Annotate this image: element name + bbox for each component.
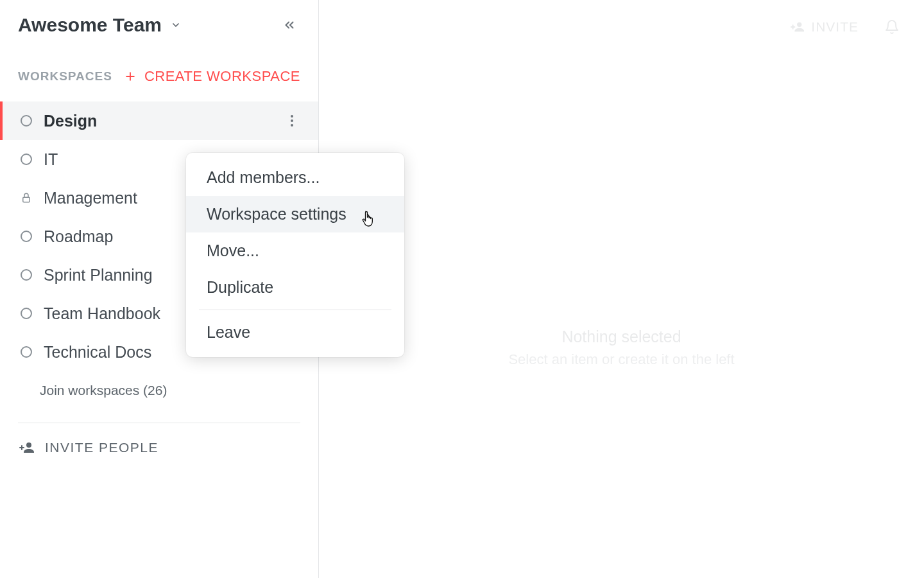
workspaces-bar: WORKSPACES CREATE WORKSPACE <box>0 48 318 98</box>
workspace-more-button[interactable] <box>284 110 300 131</box>
menu-item-label: Duplicate <box>207 278 273 296</box>
join-workspaces-label: Join workspaces (26) <box>40 383 167 398</box>
svg-point-4 <box>291 124 293 127</box>
create-workspace-label: CREATE WORKSPACE <box>144 68 300 85</box>
collapse-sidebar-button[interactable] <box>278 14 300 36</box>
invite-people-label: INVITE PEOPLE <box>45 440 158 455</box>
create-workspace-button[interactable]: CREATE WORKSPACE <box>124 68 300 85</box>
svg-point-3 <box>291 119 293 122</box>
team-switcher[interactable]: Awesome Team <box>18 14 181 36</box>
svg-point-2 <box>291 115 293 118</box>
menu-leave[interactable]: Leave <box>186 314 404 351</box>
plus-icon <box>124 70 137 83</box>
circle-icon <box>21 346 32 358</box>
team-name: Awesome Team <box>18 14 162 36</box>
workspace-item-label: Design <box>44 112 272 130</box>
circle-icon <box>21 269 32 281</box>
svg-point-6 <box>26 442 31 448</box>
join-workspaces-link[interactable]: Join workspaces (26) <box>0 371 318 410</box>
menu-item-label: Leave <box>207 323 250 341</box>
circle-icon <box>21 231 32 242</box>
svg-rect-5 <box>23 197 30 202</box>
workspaces-heading: WORKSPACES <box>18 69 112 83</box>
workspace-context-menu: Add members... Workspace settings Move..… <box>186 153 404 357</box>
menu-workspace-settings[interactable]: Workspace settings <box>186 196 404 232</box>
invite-people-button[interactable]: INVITE PEOPLE <box>0 428 318 467</box>
menu-item-label: Workspace settings <box>207 205 346 223</box>
circle-icon <box>21 153 32 165</box>
menu-item-label: Move... <box>207 241 259 259</box>
team-header: Awesome Team <box>0 0 318 48</box>
circle-icon <box>21 308 32 319</box>
workspace-item-design[interactable]: Design <box>0 101 318 140</box>
main-area: INVITE Nothing selected Select an item o… <box>319 0 924 578</box>
menu-add-members[interactable]: Add members... <box>186 159 404 196</box>
menu-duplicate[interactable]: Duplicate <box>186 269 404 306</box>
lock-icon <box>21 192 32 204</box>
menu-separator <box>199 310 391 310</box>
divider <box>18 423 300 423</box>
chevron-down-icon <box>171 20 181 30</box>
app-root: Awesome Team WORKSPACES CREATE WORKSPACE <box>0 0 924 578</box>
menu-item-label: Add members... <box>207 168 320 186</box>
person-add-icon <box>19 440 35 455</box>
dim-overlay <box>319 0 924 578</box>
circle-icon <box>21 115 32 127</box>
menu-move[interactable]: Move... <box>186 232 404 269</box>
